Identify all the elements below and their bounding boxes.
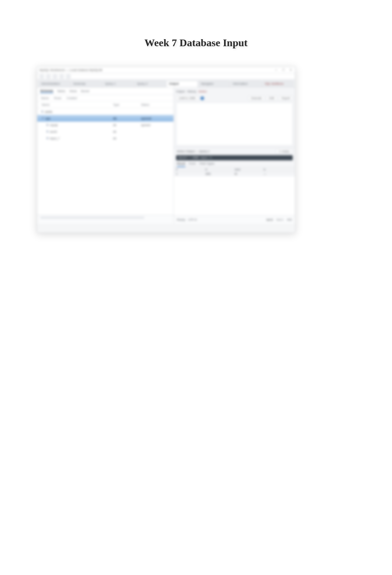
tab-output[interactable]: Output (166, 81, 198, 87)
chevron-right-icon (42, 110, 43, 113)
list-header-status: Status (141, 103, 169, 106)
bottom-bar: Ready UTF-8 Ln 1 Col 1 INS (174, 215, 295, 224)
tab-navigator[interactable]: Navigator (199, 81, 230, 87)
main-toolbar (37, 74, 295, 79)
tab-query1[interactable]: Query 1 (103, 81, 134, 87)
schema-name: sakila (45, 110, 52, 113)
toolbar-button[interactable] (59, 74, 64, 79)
toolbar-button[interactable] (39, 74, 44, 79)
toolbar-button[interactable] (66, 74, 71, 79)
subtab-schemas[interactable]: Schemas (40, 89, 53, 93)
col-created: Created (66, 96, 77, 100)
left-statusbar (37, 215, 173, 224)
chevron-right-icon (47, 124, 48, 126)
schema-type: db (113, 117, 141, 120)
tab-information[interactable]: Information (230, 81, 262, 87)
result-grid-empty (174, 176, 295, 215)
chevron-right-icon (47, 130, 48, 133)
subtab-tables[interactable]: Tables (57, 89, 65, 93)
result-grid-row[interactable]: 1 1001 42 — (174, 172, 295, 176)
chevron-down-icon (42, 118, 44, 119)
schema-row-selected[interactable]: sys db synced (37, 115, 173, 122)
navigator-subtabs: Schemas Tables Views Stored (37, 88, 173, 95)
execute-button[interactable]: Execute (248, 96, 264, 101)
subtab-views[interactable]: Views (69, 89, 77, 93)
tab-query2[interactable]: Query 2 (135, 81, 166, 87)
navigator-pane: Schemas Tables Views Stored Name Rows Cr… (37, 88, 174, 224)
page-title: Week 7 Database Input (0, 37, 392, 49)
tab-schemas[interactable]: Schemas (71, 81, 102, 87)
status-line: Ln 1 (267, 218, 273, 221)
window-controls: – □ × (274, 68, 293, 72)
result-title: Action Output — Query 1 (177, 150, 210, 153)
result-tab-fieldtypes[interactable]: Field Types (199, 162, 214, 167)
output-toolbar: Limit to 1000 Execute Edit Export (176, 95, 293, 102)
result-tab-result[interactable]: Result (177, 162, 185, 167)
output-head-output[interactable]: Output (176, 90, 185, 93)
status-col: Col 1 (276, 218, 283, 221)
progress-track (40, 217, 144, 219)
grid-col-value: value (234, 168, 264, 171)
grid-col-num: # (176, 168, 205, 171)
app-window: MySQL Workbench — Local instance MySQL80… (37, 67, 295, 233)
schema-name: sys (45, 117, 50, 120)
maximize-button[interactable]: □ (282, 68, 285, 72)
list-header-name: Name (42, 103, 113, 106)
toolbar-button[interactable] (46, 74, 51, 79)
output-head-history[interactable]: History (187, 90, 196, 93)
schema-type: db (113, 130, 141, 133)
result-tab-form[interactable]: Form (189, 162, 196, 167)
output-panel: Output History Action Limit to 1000 Exec… (174, 88, 295, 147)
status-ins: INS (287, 218, 292, 221)
result-title-row: Action Output — Query 1 1 row(s) (174, 147, 295, 154)
schema-type: db (113, 123, 141, 127)
schema-row[interactable]: input_7 db (37, 135, 173, 142)
result-grid-header: # id value ts (174, 167, 295, 172)
result-panel: Action Output — Query 1 1 row(s) SELECT … (174, 147, 295, 224)
toolbar-button[interactable] (53, 74, 57, 79)
rowcount-badge: 1 row(s) (276, 149, 292, 154)
execute-icon[interactable] (200, 96, 204, 100)
status-encoding: UTF-8 (188, 218, 197, 221)
chevron-right-icon (47, 137, 48, 139)
schema-name: world (50, 130, 57, 133)
schema-list: sakila sys db synced mysql db synced wor… (37, 108, 173, 215)
export-button[interactable]: Export (279, 96, 293, 101)
grid-cell: 1 (176, 173, 205, 175)
grid-col-id: id (205, 168, 234, 171)
tab-administration[interactable]: Administration (39, 81, 70, 87)
col-name: Name (41, 96, 49, 100)
tab-sql-additions[interactable]: SQL Additions (262, 81, 294, 87)
limit-selector[interactable]: Limit to 1000 (176, 96, 198, 101)
schema-status: synced (141, 123, 169, 127)
list-header-type: Type (113, 103, 141, 106)
content-area: Schemas Tables Views Stored Name Rows Cr… (37, 88, 295, 224)
schema-type: db (113, 137, 141, 140)
schema-name: input_7 (50, 137, 59, 140)
schema-name: mysql (50, 123, 58, 127)
output-head-action[interactable]: Action (199, 90, 207, 93)
status-ready: Ready (177, 218, 185, 221)
query-text: SELECT * FROM input_7; (176, 155, 293, 160)
subtab-stored[interactable]: Stored (80, 89, 89, 93)
schema-status: synced (141, 117, 169, 120)
titlebar: MySQL Workbench — Local instance MySQL80… (37, 67, 295, 74)
result-tabs: Result Form Field Types (174, 161, 295, 167)
minimize-button[interactable]: – (274, 68, 278, 72)
grid-cell: — (264, 173, 293, 175)
main-tabs: Administration Schemas Query 1 Query 2 O… (37, 79, 295, 88)
col-rows: Rows (54, 96, 61, 100)
edit-button[interactable]: Edit (267, 96, 277, 101)
navigator-columns: Name Rows Created (37, 95, 173, 102)
output-header: Output History Action (176, 89, 293, 95)
list-header: Name Type Status (37, 102, 173, 108)
schema-row[interactable]: mysql db synced (37, 122, 173, 128)
schema-row[interactable]: sakila (37, 108, 173, 115)
schema-row[interactable]: world db (37, 128, 173, 135)
window-title: MySQL Workbench — Local instance MySQL80 (39, 68, 102, 72)
grid-cell: 42 (234, 173, 264, 175)
right-pane: Output History Action Limit to 1000 Exec… (174, 88, 295, 224)
close-button[interactable]: × (289, 68, 293, 72)
grid-cell: 1001 (205, 173, 234, 175)
output-body (176, 102, 293, 146)
